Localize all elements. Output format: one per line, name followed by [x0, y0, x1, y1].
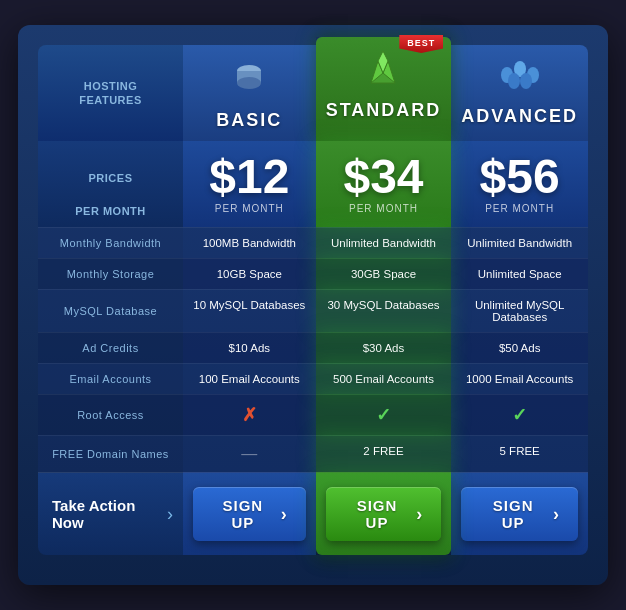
feature-label-6: FREE Domain Names — [38, 435, 183, 472]
signup-button-standard[interactable]: SIGN UP› — [326, 487, 442, 541]
feature-basic-0: 100MB Bandwidth — [183, 227, 316, 258]
signup-arrow-advanced: › — [553, 504, 560, 525]
plan-header-standard: BEST STANDARD — [316, 37, 452, 141]
feature-standard-6: 2 FREE — [316, 435, 452, 472]
feature-advanced-5: ✓ — [451, 394, 588, 435]
take-action-text: Take Action Now — [52, 497, 162, 531]
signup-label-advanced: SIGN UP — [479, 497, 547, 531]
price-standard: $34 PER MONTH — [316, 141, 452, 227]
signup-arrow-basic: › — [281, 504, 288, 525]
feature-basic-1: 10GB Space — [183, 258, 316, 289]
price-label: PRICES PER MONTH — [38, 141, 183, 227]
feature-advanced-0: Unlimited Bandwidth — [451, 227, 588, 258]
advanced-plan-name: ADVANCED — [461, 106, 578, 127]
standard-plan-name: STANDARD — [326, 100, 442, 121]
signup-button-advanced[interactable]: SIGN UP› — [461, 487, 578, 541]
price-amount-basic: $12 — [191, 153, 308, 201]
signup-button-basic[interactable]: SIGN UP› — [193, 487, 306, 541]
feature-advanced-6: 5 FREE — [451, 435, 588, 472]
price-period-basic: PER MONTH — [191, 203, 308, 214]
feature-basic-2: 10 MySQL Databases — [183, 289, 316, 332]
advanced-icon — [461, 59, 578, 102]
feature-standard-4: 500 Email Accounts — [316, 363, 452, 394]
feature-advanced-2: Unlimited MySQL Databases — [451, 289, 588, 332]
feature-label-5: Root Access — [38, 394, 183, 435]
price-label-text: PRICES PER MONTH — [75, 153, 146, 219]
cta-label-cell: Take Action Now› — [38, 472, 183, 555]
svg-point-10 — [520, 73, 532, 89]
signup-label-basic: SIGN UP — [211, 497, 275, 531]
feature-basic-6: — — [183, 435, 316, 472]
feature-label-3: Ad Credits — [38, 332, 183, 363]
take-action-arrow: › — [167, 504, 173, 525]
feature-standard-2: 30 MySQL Databases — [316, 289, 452, 332]
standard-icon — [326, 51, 442, 96]
feature-label-1: Monthly Storage — [38, 258, 183, 289]
price-period-advanced: PER MONTH — [459, 203, 580, 214]
feature-basic-5: ✗ — [183, 394, 316, 435]
price-advanced: $56 PER MONTH — [451, 141, 588, 227]
pricing-wrapper: HOSTING FEATURES BASIC BEST — [18, 25, 608, 585]
svg-point-2 — [237, 77, 261, 89]
features-header: HOSTING FEATURES — [38, 45, 183, 141]
feature-standard-3: $30 Ads — [316, 332, 452, 363]
svg-point-9 — [508, 73, 520, 89]
plan-header-basic: BASIC — [183, 45, 316, 141]
price-amount-standard: $34 — [324, 153, 444, 201]
price-basic: $12 PER MONTH — [183, 141, 316, 227]
feature-label-2: MySQL Database — [38, 289, 183, 332]
basic-plan-name: BASIC — [193, 110, 306, 131]
plan-header-advanced: ADVANCED — [451, 45, 588, 141]
feature-basic-3: $10 Ads — [183, 332, 316, 363]
feature-standard-1: 30GB Space — [316, 258, 452, 289]
features-header-label: HOSTING FEATURES — [79, 79, 141, 108]
feature-advanced-1: Unlimited Space — [451, 258, 588, 289]
price-amount-advanced: $56 — [459, 153, 580, 201]
cta-cell-basic: SIGN UP› — [183, 472, 316, 555]
feature-advanced-3: $50 Ads — [451, 332, 588, 363]
feature-label-0: Monthly Bandwidth — [38, 227, 183, 258]
feature-standard-0: Unlimited Bandwidth — [316, 227, 452, 258]
feature-label-4: Email Accounts — [38, 363, 183, 394]
feature-advanced-4: 1000 Email Accounts — [451, 363, 588, 394]
signup-arrow-standard: › — [416, 504, 423, 525]
cta-cell-advanced: SIGN UP› — [451, 472, 588, 555]
price-period-standard: PER MONTH — [324, 203, 444, 214]
signup-label-standard: SIGN UP — [344, 497, 411, 531]
feature-standard-5: ✓ — [316, 394, 452, 435]
basic-icon — [193, 59, 306, 106]
cta-cell-standard: SIGN UP› — [316, 472, 452, 555]
pricing-table: HOSTING FEATURES BASIC BEST — [38, 45, 588, 555]
feature-basic-4: 100 Email Accounts — [183, 363, 316, 394]
